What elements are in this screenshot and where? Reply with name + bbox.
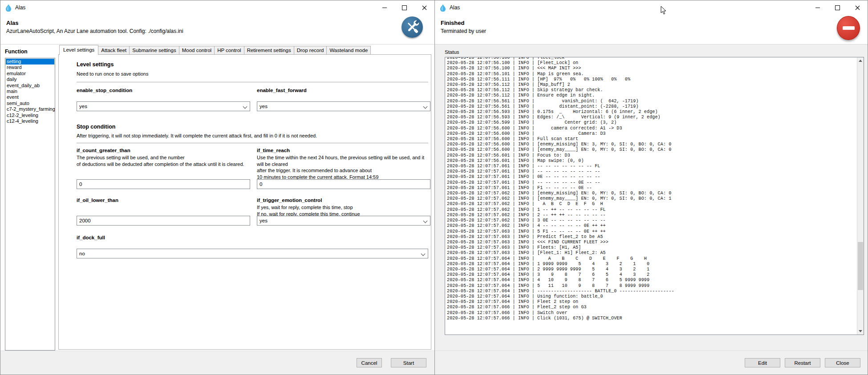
tab[interactable]: Attack fleet (98, 46, 130, 55)
log-line: 2020-05-28 12:07:57.063 | INFO | [Fleet_… (447, 250, 856, 256)
function-list-item[interactable]: emulator (6, 71, 54, 77)
function-list-item[interactable]: reward (6, 65, 54, 70)
function-list[interactable]: settingrewardemulatordailyevent_daily_ab… (5, 58, 55, 351)
scroll-down-icon[interactable] (859, 330, 862, 332)
tab[interactable]: HP control (214, 46, 244, 55)
scroll-up-icon[interactable] (859, 60, 862, 62)
maximize-button[interactable] (394, 0, 414, 15)
divider (77, 143, 428, 143)
log-line: 2020-05-28 12:07:56.600 | INFO | [enemy_… (447, 147, 856, 153)
function-list-item[interactable]: c12-2_leveling (6, 113, 54, 118)
close-button[interactable] (414, 0, 434, 15)
log-body: Status 2020-05-28 12:07:56.100 | INFO | … (435, 44, 868, 351)
log-line: 2020-05-28 12:07:56.112 | INFO | Ensure … (447, 93, 856, 98)
if-count-greater-than-input[interactable] (77, 179, 250, 189)
minimize-button[interactable] (807, 0, 827, 15)
field-desc-if-count-greater-than: The previous setting will be used, and t… (77, 154, 251, 167)
log-line: 2020-05-28 12:07:56.593 | INFO | 0.175s … (447, 109, 856, 115)
log-line: 2020-05-28 12:07:57.062 | INFO | 3 0E --… (447, 218, 856, 223)
log-line: 2020-05-28 12:07:57.064 | INFO | 1 9999 … (447, 262, 856, 267)
log-line: 2020-05-28 12:07:56.600 | INFO | [enemy_… (447, 142, 856, 147)
divider (77, 82, 428, 82)
log-line: 2020-05-28 12:07:57.063 | INFO | <<< FIN… (447, 240, 856, 245)
log-line: 2020-05-28 12:07:57.066 | INFO | Click (… (447, 316, 856, 321)
log-line: 2020-05-28 12:07:56.600 | INFO | Full sc… (447, 137, 856, 142)
if-dock-full-select[interactable]: no (77, 249, 428, 258)
chevron-down-icon (421, 252, 426, 256)
titlebar[interactable]: Alas (0, 0, 434, 15)
log-line: 2020-05-28 12:07:57.063 | INFO | 5 F1 --… (447, 229, 856, 234)
window-alas-log: Alas Finished Terminated by user Status (434, 0, 868, 375)
field-desc-if-time-reach: Use the time within the next 24 hours, t… (257, 154, 431, 180)
function-panel-title: Function (5, 48, 55, 55)
tabstrip[interactable]: Level settingsAttack fleetSubmarine sett… (59, 44, 370, 55)
tab[interactable]: Retirement settings (244, 46, 294, 55)
close-button[interactable] (848, 0, 868, 15)
log-line: 2020-05-28 12:07:56.100 | INFO | [Fleet_… (447, 60, 856, 66)
tab[interactable]: Drop record (294, 46, 327, 55)
tab[interactable]: Mood control (179, 46, 215, 55)
section-note: Need to run once to save options (77, 71, 148, 77)
cancel-button[interactable]: Cancel (357, 358, 382, 367)
log-scrollbar[interactable] (857, 57, 864, 335)
close-icon (422, 5, 427, 10)
maximize-button[interactable] (827, 0, 848, 15)
log-output[interactable]: 2020-05-28 12:07:56.100 | INFO | fleet_l… (445, 57, 864, 335)
log-line: 2020-05-28 12:07:57.062 | INFO | A B C D… (447, 202, 856, 207)
function-list-item[interactable]: semi_auto (6, 101, 54, 106)
log-line: 2020-05-28 12:07:57.061 | INFO | -- -- -… (447, 180, 856, 185)
log-line: 2020-05-28 12:07:57.061 | INFO | -- -- -… (447, 164, 856, 169)
function-list-item[interactable]: setting (6, 59, 54, 65)
if-time-reach-input[interactable] (257, 179, 430, 189)
enable-stop-condition-select[interactable]: yes (77, 101, 250, 111)
close-run-button[interactable]: Close (825, 358, 860, 367)
restart-button[interactable]: Restart (785, 358, 820, 367)
field-label-enable-fast-forward: enable_fast_forward (257, 88, 307, 93)
titlebar[interactable]: Alas (435, 0, 868, 15)
function-list-item[interactable]: c7-2_mystery_farming (6, 106, 54, 112)
tab[interactable]: Level settings (59, 45, 98, 55)
minimize-button[interactable] (374, 0, 394, 15)
tab[interactable]: Submarine settings (129, 46, 179, 55)
section-heading: Level settings (77, 61, 114, 68)
chevron-down-icon (423, 219, 428, 223)
function-list-item[interactable]: event (6, 94, 54, 100)
log-line: 2020-05-28 12:07:57.062 | INFO | 4 -- --… (447, 223, 856, 229)
log-line: 2020-05-28 12:07:56.561 | INFO | vanish_… (447, 99, 856, 104)
chevron-down-icon (423, 105, 428, 109)
config-body: Function settingrewardemulatordailyevent… (0, 44, 434, 351)
window-alas-config: Alas Alas AzurLaneAutoScript, An Azur La… (0, 0, 435, 375)
function-list-item[interactable]: main (6, 89, 54, 94)
tab[interactable]: Wasteland mode (326, 46, 371, 55)
function-list-item[interactable]: c12-4_leveling (6, 118, 54, 124)
scrollbar-thumb[interactable] (858, 242, 863, 290)
log-line: 2020-05-28 12:07:57.061 | INFO | -- -- -… (447, 169, 856, 174)
minimize-icon (382, 8, 387, 8)
if-trigger-emotion-control-select[interactable]: yes (257, 216, 430, 226)
if-oil-lower-than-input[interactable] (77, 216, 250, 226)
log-line: 2020-05-28 12:07:56.599 | INFO | Center … (447, 120, 856, 125)
edit-button[interactable]: Edit (745, 358, 780, 367)
stop-sign-icon (837, 16, 860, 40)
screen: Alas Alas AzurLaneAutoScript, An Azur La… (0, 0, 868, 375)
minimize-icon (815, 8, 820, 8)
field-label-if-trigger-emotion-control: if_trigger_emotion_control (257, 198, 322, 203)
function-list-item[interactable]: event_daily_ab (6, 83, 54, 89)
log-line: 2020-05-28 12:07:56.112 | INFO | Skip st… (447, 88, 856, 93)
tab-panel-level-settings: Level settings Need to run once to save … (58, 54, 431, 350)
function-list-item[interactable]: daily (6, 77, 54, 82)
alas-logo-icon (439, 4, 446, 12)
wrench-screwdriver-icon (402, 16, 423, 38)
log-line: 2020-05-28 12:07:57.066 | INFO | Fleet_2… (447, 305, 856, 310)
start-button[interactable]: Start (391, 358, 426, 367)
close-icon (855, 5, 860, 10)
caption-buttons (807, 0, 868, 15)
maximize-icon (835, 5, 840, 10)
field-label-if-dock-full: if_dock_full (77, 235, 105, 240)
run-status-title: Finished (441, 20, 861, 26)
log-footer-buttons: Edit Restart Close (745, 358, 860, 367)
enable-fast-forward-select[interactable]: yes (257, 101, 430, 111)
log-footer: Edit Restart Close (435, 351, 868, 375)
log-line: 2020-05-28 12:07:57.062 | INFO | 2 -- ++… (447, 213, 856, 218)
log-line: 2020-05-28 12:07:57.062 | INFO | [enemy_… (447, 191, 856, 196)
